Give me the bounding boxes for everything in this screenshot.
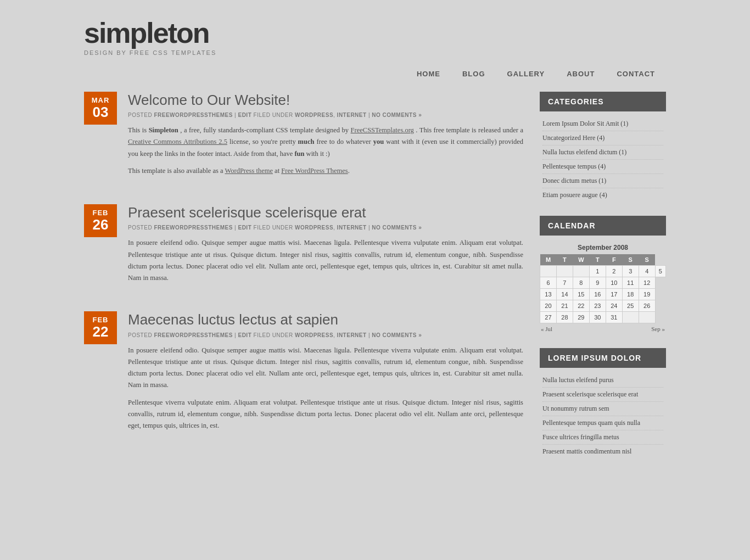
- calendar-cell: 26: [639, 300, 655, 312]
- post-content-1: Praesent scelerisque scelerisque eratPOS…: [128, 204, 523, 289]
- calendar-cell: 3: [622, 266, 639, 277]
- post-date-0: MAR03: [84, 92, 117, 125]
- calendar-cell: 1: [589, 266, 606, 277]
- lorem-list: Nulla luctus eleifend purusPraesent scel…: [540, 373, 666, 458]
- category-item: Uncategorized Here (4): [542, 131, 663, 145]
- post-title-1: Praesent scelerisque scelerisque erat: [128, 204, 523, 221]
- calendar-cell: 17: [606, 289, 622, 300]
- calendar-cell: [639, 312, 655, 323]
- calendar-day-header: S: [622, 254, 639, 266]
- calendar-day-header: M: [540, 254, 557, 266]
- post-meta-1: POSTED FREEWORDPRESSTHEMES | EDIT FILED …: [128, 225, 523, 231]
- calendar-cell: 23: [589, 300, 606, 312]
- calendar-cell: 4: [639, 266, 655, 277]
- calendar-day-header: T: [589, 254, 606, 266]
- content-area: MAR03Welcome to Our Website!POSTED FREEW…: [84, 92, 523, 472]
- lorem-item: Nulla luctus eleifend purus: [542, 373, 663, 388]
- calendar-cell: [556, 266, 573, 277]
- calendar-table: September 2008MTWTFSS1234567891011121314…: [540, 241, 666, 323]
- category-item: Pellentesque tempus (4): [542, 160, 663, 174]
- post-day: 03: [91, 104, 110, 120]
- nav-item-home[interactable]: HOME: [406, 67, 451, 81]
- post-content-0: Welcome to Our Website!POSTED FREEWORDPR…: [128, 92, 523, 182]
- lorem-item: Fusce ultrices fringilla metus: [542, 430, 663, 445]
- lorem-section: LOREM IPSUM DOLORNulla luctus eleifend p…: [540, 348, 666, 458]
- calendar-day-header: W: [573, 254, 589, 266]
- post-body-1: In posuere eleifend odio. Quisque semper…: [128, 237, 523, 284]
- post-1: FEB26Praesent scelerisque scelerisque er…: [84, 204, 523, 289]
- post-2: FEB22Maecenas luctus lectus at sapienPOS…: [84, 311, 523, 437]
- categories-list: Lorem Ipsum Dolor Sit Amit (1)Uncategori…: [540, 117, 666, 202]
- nav-item-blog[interactable]: BLOG: [451, 67, 496, 81]
- lorem-item: Pellentesque tempus quam quis nulla: [542, 416, 663, 430]
- post-date-2: FEB22: [84, 311, 117, 344]
- calendar-cell: 13: [540, 289, 557, 300]
- calendar-cell: 16: [589, 289, 606, 300]
- calendar-cell: 7: [556, 277, 573, 289]
- calendar-cell: 8: [573, 277, 589, 289]
- calendar-nav: « JulSep »: [540, 323, 666, 334]
- site-tagline: DESIGN BY FREE CSS TEMPLATES: [84, 49, 666, 56]
- calendar-cell: [573, 266, 589, 277]
- lorem-item: Praesent scelerisque scelerisque erat: [542, 388, 663, 402]
- category-item: Donec dictum metus (1): [542, 174, 663, 188]
- category-item: Lorem Ipsum Dolor Sit Amit (1): [542, 117, 663, 131]
- post-meta-2: POSTED FREEWORDPRESSTHEMES | EDIT FILED …: [128, 332, 523, 338]
- post-body-0: This is Simpleton , a free, fully standa…: [128, 125, 523, 177]
- post-meta-0: POSTED FREEWORDPRESSTHEMES | EDIT FILED …: [128, 112, 523, 118]
- nav-item-gallery[interactable]: GALLERY: [496, 67, 556, 81]
- calendar-cell: 18: [622, 289, 639, 300]
- post-month: FEB: [91, 316, 110, 324]
- header: simpleton DESIGN BY FREE CSS TEMPLATES: [84, 0, 666, 61]
- categories-heading: CATEGORIES: [540, 92, 666, 111]
- calendar-cell: 19: [639, 289, 655, 300]
- post-day: 22: [91, 324, 110, 340]
- calendar-cell: 5: [655, 266, 665, 277]
- post-title-2: Maecenas luctus lectus at sapien: [128, 311, 523, 328]
- calendar-caption: September 2008: [540, 241, 666, 254]
- lorem-heading: LOREM IPSUM DOLOR: [540, 348, 666, 368]
- calendar-cell: 21: [556, 300, 573, 312]
- calendar-cell: 22: [573, 300, 589, 312]
- lorem-item: Ut nonummy rutrum sem: [542, 402, 663, 416]
- calendar-cell: 25: [622, 300, 639, 312]
- calendar-day-header: T: [556, 254, 573, 266]
- calendar-cell: 24: [606, 300, 622, 312]
- lorem-item: Praesent mattis condimentum nisl: [542, 445, 663, 458]
- category-item: Nulla luctus eleifend dictum (1): [542, 145, 663, 160]
- post-body-2: In posuere eleifend odio. Quisque semper…: [128, 345, 523, 432]
- post-title-0: Welcome to Our Website!: [128, 92, 523, 109]
- calendar-cell: 27: [540, 312, 557, 323]
- calendar-cell: 20: [540, 300, 557, 312]
- calendar-heading: CALENDAR: [540, 216, 666, 236]
- site-name: simpleton: [84, 16, 666, 49]
- calendar-prev-link[interactable]: « Jul: [541, 326, 552, 332]
- post-date-1: FEB26: [84, 204, 117, 237]
- calendar-day-header: S: [639, 254, 655, 266]
- calendar-cell: 14: [556, 289, 573, 300]
- calendar-day-header: F: [606, 254, 622, 266]
- calendar-cell: 2: [606, 266, 622, 277]
- calendar-cell: [622, 312, 639, 323]
- post-month: FEB: [91, 209, 110, 217]
- calendar-cell: 9: [589, 277, 606, 289]
- calendar-cell: 31: [606, 312, 622, 323]
- sidebar: CATEGORIESLorem Ipsum Dolor Sit Amit (1)…: [540, 92, 666, 472]
- post-0: MAR03Welcome to Our Website!POSTED FREEW…: [84, 92, 523, 182]
- calendar-cell: 15: [573, 289, 589, 300]
- calendar-cell: 11: [622, 277, 639, 289]
- post-content-2: Maecenas luctus lectus at sapienPOSTED F…: [128, 311, 523, 437]
- nav-item-about[interactable]: ABOUT: [556, 67, 606, 81]
- post-month: MAR: [91, 96, 110, 104]
- main-nav: HOMEBLOGGALLERYABOUTCONTACT: [84, 61, 666, 92]
- calendar-cell: 10: [606, 277, 622, 289]
- main-container: MAR03Welcome to Our Website!POSTED FREEW…: [84, 92, 666, 494]
- calendar-cell: 30: [589, 312, 606, 323]
- calendar-next-link[interactable]: Sep »: [651, 326, 665, 332]
- calendar-cell: 29: [573, 312, 589, 323]
- nav-item-contact[interactable]: CONTACT: [606, 67, 666, 81]
- calendar-cell: [540, 266, 557, 277]
- calendar-cell: 12: [639, 277, 655, 289]
- calendar-section: CALENDARSeptember 2008MTWTFSS12345678910…: [540, 216, 666, 334]
- post-day: 26: [91, 217, 110, 233]
